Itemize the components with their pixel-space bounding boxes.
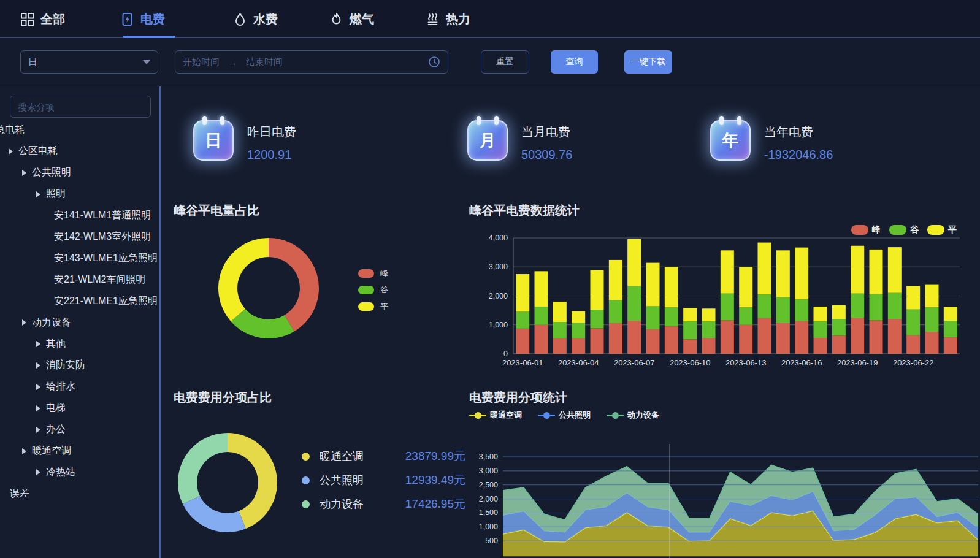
caret-right-icon[interactable]: [22, 170, 26, 176]
bar-segment-平[interactable]: [944, 307, 957, 321]
bar-segment-谷[interactable]: [758, 294, 771, 318]
bar-segment-平[interactable]: [851, 246, 864, 294]
bar-segment-平[interactable]: [591, 270, 604, 310]
tree-item[interactable]: 安143-WLME1应急照明: [54, 250, 158, 266]
bar-segment-谷[interactable]: [609, 300, 622, 323]
pie-slice-峰[interactable]: [269, 238, 319, 332]
bar-segment-平[interactable]: [758, 243, 771, 295]
bar-segment-谷[interactable]: [553, 322, 567, 338]
bar-segment-谷[interactable]: [906, 310, 920, 335]
date-range-input[interactable]: 开始时间 → 结束时间: [175, 50, 448, 74]
query-button[interactable]: 查询: [551, 50, 598, 74]
bar-segment-谷[interactable]: [721, 294, 734, 321]
bar-segment-峰[interactable]: [721, 321, 734, 354]
legend-item-公共照明[interactable]: 公共照明12939.49元: [302, 472, 465, 488]
bar-segment-谷[interactable]: [665, 307, 678, 326]
tree-item[interactable]: 安221-WLME1应急照明: [54, 293, 158, 309]
reset-button[interactable]: 重置: [481, 50, 529, 74]
bar-segment-峰[interactable]: [702, 338, 716, 354]
bar-segment-峰[interactable]: [683, 339, 697, 354]
legend-item-动力设备[interactable]: 动力设备17426.95元: [302, 496, 465, 512]
bar-segment-谷[interactable]: [591, 310, 604, 328]
caret-right-icon[interactable]: [22, 448, 26, 454]
bar-segment-平[interactable]: [665, 267, 678, 307]
bar-segment-平[interactable]: [627, 239, 641, 286]
bar-segment-峰[interactable]: [535, 325, 548, 354]
tree-item[interactable]: 总电耗: [0, 122, 25, 138]
download-button[interactable]: 一键下载: [624, 50, 672, 74]
search-input[interactable]: [10, 96, 151, 118]
legend-item-谷[interactable]: 谷: [358, 285, 388, 296]
bar-segment-平[interactable]: [906, 286, 920, 309]
bar-segment-谷[interactable]: [627, 286, 641, 321]
tab-water[interactable]: 水费: [233, 0, 278, 38]
bar-segment-平[interactable]: [888, 247, 902, 293]
tree-item[interactable]: 安142-WLM3室外照明: [54, 229, 151, 245]
bar-segment-谷[interactable]: [832, 319, 846, 335]
bar-segment-峰[interactable]: [795, 321, 808, 354]
bar-segment-平[interactable]: [683, 308, 697, 321]
bar-segment-平[interactable]: [553, 302, 567, 322]
bar-segment-平[interactable]: [646, 263, 660, 307]
caret-right-icon[interactable]: [36, 362, 40, 369]
bar-segment-峰[interactable]: [832, 335, 846, 354]
bar-segment-谷[interactable]: [516, 311, 529, 328]
tab-gas[interactable]: 燃气: [329, 0, 374, 38]
granularity-select[interactable]: 日: [20, 50, 158, 74]
tree-item[interactable]: 照明: [36, 186, 66, 202]
fee-breakdown-area-chart[interactable]: 5001,0001,5002,0002,5003,0003,500: [469, 403, 980, 558]
bar-segment-峰[interactable]: [572, 338, 585, 354]
legend-item-峰[interactable]: 峰: [358, 268, 388, 279]
bar-segment-峰[interactable]: [516, 329, 529, 354]
fee-breakdown-donut[interactable]: [167, 423, 289, 546]
tree-item[interactable]: 其他: [36, 336, 66, 352]
tree-item[interactable]: 给排水: [36, 379, 75, 395]
pie-slice-动力设备[interactable]: [178, 433, 228, 504]
bar-segment-谷[interactable]: [814, 321, 827, 338]
bar-segment-峰[interactable]: [888, 319, 902, 354]
bar-segment-平[interactable]: [702, 308, 716, 321]
bar-segment-谷[interactable]: [776, 297, 790, 323]
bar-segment-峰[interactable]: [870, 321, 883, 354]
bar-segment-峰[interactable]: [944, 337, 957, 354]
tree-item[interactable]: 动力设备: [22, 315, 71, 331]
tree-item[interactable]: 冷热站: [36, 464, 75, 480]
bar-segment-平[interactable]: [814, 307, 827, 321]
bar-segment-峰[interactable]: [627, 321, 641, 354]
bar-segment-峰[interactable]: [591, 328, 604, 354]
bar-segment-平[interactable]: [535, 271, 548, 307]
legend-item-暖通空调[interactable]: 暖通空调23879.99元: [302, 448, 465, 464]
tab-grid[interactable]: 全部: [20, 0, 65, 38]
bar-segment-峰[interactable]: [665, 326, 678, 354]
pie-slice-平[interactable]: [218, 238, 269, 321]
tree-item[interactable]: 公共照明: [22, 165, 71, 181]
legend-item-平[interactable]: 平: [358, 301, 388, 312]
tree-item[interactable]: 消防安防: [36, 357, 85, 373]
bar-segment-平[interactable]: [572, 311, 585, 323]
legend-item-峰[interactable]: 峰: [851, 224, 881, 235]
pie-slice-谷[interactable]: [231, 309, 294, 338]
bar-segment-平[interactable]: [832, 305, 846, 319]
bar-segment-峰[interactable]: [553, 338, 567, 354]
bar-segment-峰[interactable]: [814, 338, 827, 354]
bar-segment-平[interactable]: [609, 260, 622, 300]
caret-right-icon[interactable]: [36, 405, 40, 411]
bar-segment-谷[interactable]: [702, 321, 716, 338]
bar-segment-平[interactable]: [795, 248, 808, 300]
bar-segment-峰[interactable]: [739, 325, 752, 354]
bar-segment-峰[interactable]: [609, 323, 622, 354]
caret-right-icon[interactable]: [36, 191, 40, 197]
bar-segment-谷[interactable]: [925, 307, 939, 332]
caret-right-icon[interactable]: [36, 341, 40, 347]
tree-item[interactable]: 误差: [10, 486, 29, 502]
tree-item[interactable]: 暖通空调: [22, 443, 71, 459]
tree-item[interactable]: 安21-WLM2车间照明: [54, 272, 145, 288]
bar-segment-峰[interactable]: [851, 318, 864, 354]
tree-item[interactable]: 安141-WLM1普通照明: [54, 208, 151, 224]
bar-segment-谷[interactable]: [795, 299, 808, 321]
bar-segment-峰[interactable]: [906, 335, 920, 354]
bar-segment-峰[interactable]: [646, 329, 660, 354]
legend-item-平[interactable]: 平: [927, 224, 957, 235]
bar-segment-平[interactable]: [721, 250, 734, 293]
bar-segment-谷[interactable]: [683, 321, 697, 339]
